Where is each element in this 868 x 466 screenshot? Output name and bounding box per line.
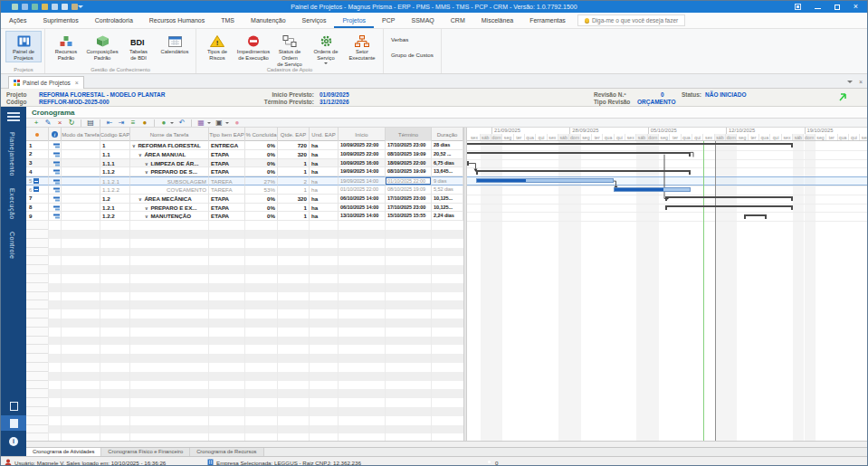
col-header-modo[interactable]: Modo da Tarefa xyxy=(62,128,100,141)
cell-nome[interactable]: ∨ PREPARO E EX... xyxy=(130,204,209,213)
delete-icon[interactable]: × xyxy=(55,119,64,127)
cell-nome[interactable]: ∨ ÁREA MECÂNICA xyxy=(130,195,209,204)
table-row-8[interactable]: 81.2.1∨ PREPARO E EX...ETAPA0%1ha06/10/2… xyxy=(26,204,463,213)
cell-codigo[interactable]: 1.2.2 xyxy=(100,212,130,221)
cell-dur[interactable]: 28 dias xyxy=(432,141,463,150)
menu-tab-ssmaq[interactable]: SSMAQ xyxy=(404,13,443,28)
cell-nome[interactable]: ∨ MANUTENÇÃO xyxy=(130,212,209,221)
dock-icon[interactable] xyxy=(795,4,801,10)
cell-inicio[interactable]: 13/10/2025 14:00 xyxy=(339,212,386,221)
cell-nome[interactable]: ∨ REFORMA FLORESTAL xyxy=(130,141,209,150)
menu-tab-projetos[interactable]: Projetos xyxy=(334,13,374,28)
cell-pct[interactable]: 0% xyxy=(245,141,278,150)
cell-codigo[interactable]: 1.1.1 xyxy=(100,159,130,168)
col-header-nome[interactable]: Nome da Tarefa xyxy=(130,128,209,141)
cell-termino[interactable]: 17/10/2025 23:00 xyxy=(386,141,432,150)
bottom-tab-cronograma-de-recursos[interactable]: Cronograma de Recursos xyxy=(190,448,263,456)
collapse-caret-icon[interactable]: ∨ xyxy=(145,214,148,219)
collapse-caret-icon[interactable]: ∨ xyxy=(132,143,136,148)
cell-inicio[interactable]: 10/09/2025 16:00 xyxy=(339,159,386,168)
cell-modo[interactable] xyxy=(62,167,100,176)
cell-codigo[interactable]: 1.2.1 xyxy=(100,204,130,213)
tellme-box[interactable]: Diga-me o que você deseja fazer xyxy=(577,14,685,26)
menu-tab-manuten-o[interactable]: Manutenção xyxy=(243,13,294,28)
ribbon-button-recursos-padr-o[interactable]: Recursos Padrão xyxy=(48,31,84,62)
horizontal-scrollbar[interactable] xyxy=(26,441,867,447)
cell-nome[interactable]: ∨ PREPARO DE S... xyxy=(130,167,209,176)
cell-modo[interactable] xyxy=(62,141,100,150)
cell-qtde[interactable]: 2 xyxy=(278,176,310,185)
col-header-dur[interactable]: Duração xyxy=(432,128,463,141)
table-row-5[interactable]: 51.1.2.1SUBSOLAGEMTAREFA27%2ha19/09/2025… xyxy=(26,176,463,185)
ribbon-button-ordens-de-servi-o[interactable]: Ordens de Serviço xyxy=(308,31,344,67)
ribbon-button-setor-executante[interactable]: Setor Executante xyxy=(344,31,380,62)
cell-tipo[interactable]: TAREFA xyxy=(209,176,245,185)
cell-termino[interactable]: 08/10/2025 19:09 xyxy=(386,185,432,195)
gantt-task-bar-row6[interactable] xyxy=(614,187,691,192)
cell-nome[interactable]: COVEAMENTO xyxy=(130,185,209,195)
indent-icon[interactable]: ⇥ xyxy=(117,119,126,127)
bottom-tab-cronograma-de-atividades[interactable]: Cronograma de Atividades xyxy=(26,448,101,456)
update-icon[interactable]: ● xyxy=(159,119,168,127)
cell-tipo[interactable]: ETAPA xyxy=(209,150,245,159)
cell-rownum[interactable]: 1 xyxy=(26,141,49,150)
menu-tab-pcp[interactable]: PCP xyxy=(374,13,403,28)
edit-icon[interactable]: ✎ xyxy=(43,119,52,127)
col-header-und[interactable]: Und. EAP xyxy=(310,128,339,141)
gantt-summary-bar-row7[interactable] xyxy=(665,196,792,201)
cell-tipo[interactable]: ENTREGA xyxy=(209,141,245,150)
cell-modo[interactable] xyxy=(62,185,100,195)
document-icon[interactable] xyxy=(62,4,68,10)
cell-und[interactable]: ha xyxy=(310,185,339,195)
ribbon-button-composi-es-padr-o[interactable]: Composições Padrão xyxy=(84,31,120,62)
cell-codigo[interactable]: 1.1.2.2 xyxy=(100,185,130,195)
cell-modo[interactable] xyxy=(62,176,100,185)
cell-inicio[interactable]: 19/09/2025 14:00 xyxy=(339,167,386,176)
refresh-icon[interactable]: ↻ xyxy=(67,119,76,127)
col-header-inicio[interactable]: Início xyxy=(339,128,386,141)
cell-dur[interactable]: 20,52 ... xyxy=(432,150,463,159)
cell-und[interactable]: ha xyxy=(310,141,339,150)
cell-modo[interactable] xyxy=(62,204,100,213)
cell-rownum[interactable]: 3 xyxy=(26,159,49,168)
ribbon-button-tipos-de-riscos[interactable]: !Tipos de Riscos xyxy=(199,31,235,62)
cell-dur[interactable]: 5,52 dias xyxy=(432,185,463,195)
col-header-tipo[interactable]: Tipo Item EAP xyxy=(209,128,245,141)
list-icon[interactable]: ≡ xyxy=(129,119,138,127)
cell-inicio[interactable]: 19/09/2025 14:00 xyxy=(339,176,386,185)
cell-pct[interactable]: 0% xyxy=(245,167,278,176)
cell-rownum[interactable]: 5 xyxy=(26,176,49,185)
table-row-4[interactable]: 41.1.2∨ PREPARO DE S...ETAPA0%1ha19/09/2… xyxy=(26,167,463,176)
view-icon[interactable]: ▦ xyxy=(196,119,205,127)
collapse-caret-icon[interactable]: ∨ xyxy=(138,196,142,202)
table-row-7[interactable]: 71.2∨ ÁREA MECÂNICAETAPA0%320ha06/10/202… xyxy=(26,195,463,204)
ribbon-button-tabelas-de-bdi[interactable]: BDITabelas de BDI xyxy=(120,31,157,62)
collapse-caret-icon[interactable]: ∨ xyxy=(145,205,148,211)
cell-qtde[interactable]: 320 xyxy=(278,195,310,204)
cell-pct[interactable]: 0% xyxy=(245,150,278,159)
cell-rownum[interactable]: 2 xyxy=(26,150,49,159)
cell-rownum[interactable]: 8 xyxy=(26,204,49,213)
cell-dur[interactable]: 10,125... xyxy=(432,195,463,204)
cell-pct[interactable]: 0% xyxy=(245,204,278,213)
gantt-summary-bar-row4[interactable] xyxy=(476,170,691,175)
chevron-down-icon[interactable] xyxy=(207,122,211,126)
user-icon[interactable] xyxy=(42,4,48,10)
ribbon-button-painel-de-projetos[interactable]: Painel de Projetos xyxy=(5,31,42,62)
cell-qtde[interactable]: 1 xyxy=(278,167,310,176)
outdent-icon[interactable]: ⇤ xyxy=(105,119,114,127)
menu-tab-miscel-nea[interactable]: Miscelânea xyxy=(473,13,521,28)
col-header-rownum[interactable] xyxy=(26,128,49,141)
print-icon[interactable]: ▣ xyxy=(215,119,224,127)
monitor-icon[interactable] xyxy=(32,4,38,10)
gantt-summary-bar-row2[interactable] xyxy=(467,152,691,157)
gantt-summary-bar-row1[interactable] xyxy=(467,143,793,147)
cell-termino[interactable]: 08/10/2025 19:09 xyxy=(386,167,432,176)
ribbon-button-calend-rios[interactable]: Calendários xyxy=(157,31,193,56)
sync-icon[interactable] xyxy=(12,4,18,10)
menu-tab-a-es[interactable]: Ações xyxy=(1,13,34,28)
cell-info[interactable] xyxy=(49,167,62,176)
cell-und[interactable]: ha xyxy=(310,195,339,204)
save-icon[interactable]: ▤ xyxy=(86,119,95,127)
gantt-task-bar-row5[interactable] xyxy=(476,178,614,183)
